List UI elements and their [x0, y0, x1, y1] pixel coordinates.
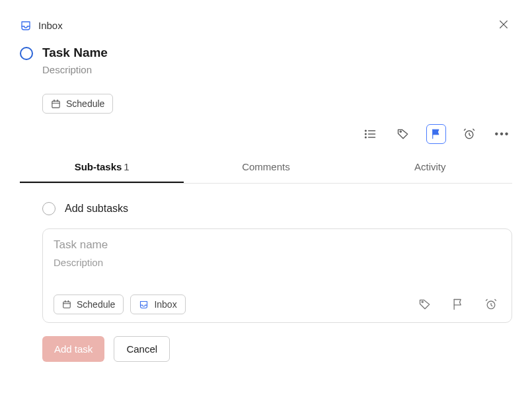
reminder-icon[interactable]: [459, 124, 479, 144]
tab-subtasks-label: Sub-tasks: [75, 161, 122, 172]
tab-subtasks-count: 1: [124, 161, 129, 172]
editor-schedule-label: Schedule: [77, 299, 115, 310]
breadcrumb[interactable]: Inbox: [20, 20, 63, 32]
editor-schedule-button[interactable]: Schedule: [54, 295, 124, 314]
svg-rect-2: [52, 101, 59, 108]
editor-project-label: Inbox: [154, 299, 176, 310]
more-options-button[interactable]: •••: [492, 124, 512, 144]
close-button[interactable]: [495, 16, 512, 35]
subtask-item[interactable]: Add subtasks: [42, 202, 512, 215]
subtask-checkbox[interactable]: [42, 202, 56, 215]
more-icon: •••: [495, 128, 510, 140]
flag-icon[interactable]: [426, 124, 446, 144]
inbox-icon: [20, 20, 32, 32]
subtask-name-input[interactable]: Task name: [54, 238, 501, 252]
svg-point-11: [365, 137, 367, 138]
task-description[interactable]: Description: [42, 64, 512, 75]
tab-activity[interactable]: Activity: [348, 152, 512, 183]
breadcrumb-project: Inbox: [38, 20, 63, 31]
schedule-button[interactable]: Schedule: [42, 94, 113, 114]
cancel-button[interactable]: Cancel: [114, 336, 170, 362]
editor-tag-icon[interactable]: [415, 295, 435, 314]
tab-subtasks[interactable]: Sub-tasks1: [20, 152, 184, 183]
svg-point-10: [365, 133, 367, 135]
calendar-icon: [51, 99, 61, 109]
editor-reminder-icon[interactable]: [481, 295, 501, 314]
tag-icon[interactable]: [393, 124, 413, 144]
calendar-icon: [62, 300, 71, 309]
svg-point-9: [365, 130, 367, 131]
subtask-desc-input[interactable]: Description: [54, 257, 501, 268]
schedule-label: Schedule: [66, 98, 104, 109]
add-task-button[interactable]: Add task: [42, 336, 104, 362]
svg-point-18: [422, 301, 423, 302]
editor-project-button[interactable]: Inbox: [130, 295, 185, 314]
subtask-label: Add subtasks: [65, 203, 128, 215]
svg-point-12: [400, 131, 401, 132]
subtask-editor: Task name Description Schedule Inbox: [42, 228, 512, 323]
task-checkbox[interactable]: [20, 47, 33, 60]
list-icon[interactable]: [360, 124, 380, 144]
task-title[interactable]: Task Name: [42, 46, 512, 60]
tabs: Sub-tasks1 Comments Activity: [20, 152, 512, 184]
svg-rect-14: [63, 302, 71, 308]
tab-comments[interactable]: Comments: [184, 152, 348, 183]
inbox-icon: [139, 300, 149, 310]
editor-flag-icon[interactable]: [448, 295, 468, 314]
